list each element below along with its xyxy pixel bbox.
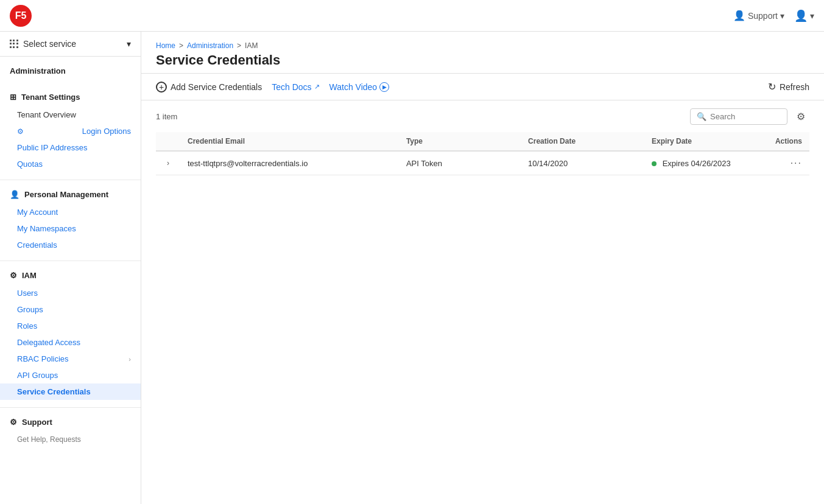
tech-docs-label: Tech Docs bbox=[272, 82, 311, 92]
users-label: Users bbox=[17, 289, 38, 298]
col-creation-header: Creation Date bbox=[521, 132, 644, 151]
breadcrumb-sep1: > bbox=[179, 41, 183, 50]
topbar-right: 👤 Support ▾ 👤 ▾ bbox=[733, 9, 814, 23]
toolbar-left: + Add Service Credentials Tech Docs ↗ Wa… bbox=[156, 82, 389, 93]
play-icon: ▶ bbox=[379, 82, 389, 92]
main-content: Home > Administration > IAM Service Cred… bbox=[141, 32, 824, 504]
support-section: ⚙ Support Get Help, Requests bbox=[0, 408, 141, 455]
support-section-icon: ⚙ bbox=[10, 418, 17, 427]
personal-management-label: Personal Management bbox=[24, 190, 108, 199]
add-service-credentials-button[interactable]: + Add Service Credentials bbox=[156, 82, 262, 93]
sidebar-item-api-groups[interactable]: API Groups bbox=[0, 367, 141, 383]
table-header-row: Credential Email Type Creation Date Expi… bbox=[156, 132, 809, 151]
refresh-button[interactable]: ↻ Refresh bbox=[768, 81, 809, 93]
watch-video-label: Watch Video bbox=[329, 82, 378, 92]
personal-management-title: 👤 Personal Management bbox=[0, 187, 141, 204]
status-dot-icon bbox=[652, 161, 657, 166]
support-sub-label: Get Help, Requests bbox=[17, 435, 81, 444]
topbar: F5 👤 Support ▾ 👤 ▾ bbox=[0, 0, 824, 32]
sidebar-item-login-options[interactable]: ⚙ Login Options bbox=[0, 123, 141, 139]
sidebar-item-credentials[interactable]: Credentials bbox=[0, 237, 141, 253]
sidebar-item-my-account[interactable]: My Account bbox=[0, 204, 141, 220]
row-expiry-cell: Expires 04/26/2023 bbox=[644, 151, 768, 175]
search-box[interactable]: 🔍 bbox=[690, 108, 787, 125]
sidebar-item-quotas[interactable]: Quotas bbox=[0, 156, 141, 172]
support-label: Support bbox=[748, 11, 778, 21]
sidebar-item-delegated-access[interactable]: Delegated Access bbox=[0, 334, 141, 351]
support-icon: 👤 bbox=[733, 10, 745, 21]
sidebar-item-groups[interactable]: Groups bbox=[0, 301, 141, 318]
col-type-header: Type bbox=[399, 132, 521, 151]
table-header: Credential Email Type Creation Date Expi… bbox=[156, 132, 809, 151]
external-link-icon: ↗ bbox=[314, 83, 320, 91]
breadcrumb-sep2: > bbox=[237, 41, 241, 50]
search-icon: 🔍 bbox=[697, 112, 706, 121]
refresh-label: Refresh bbox=[780, 82, 809, 92]
personal-management-section: 👤 Personal Management My Account My Name… bbox=[0, 180, 141, 261]
breadcrumb-admin[interactable]: Administration bbox=[187, 41, 233, 50]
row-expand-button[interactable]: › bbox=[163, 158, 173, 169]
row-actions-button[interactable]: ··· bbox=[791, 158, 802, 169]
user-chevron-icon: ▾ bbox=[810, 11, 814, 21]
sidebar-item-roles[interactable]: Roles bbox=[0, 318, 141, 334]
table-settings-icon[interactable]: ⚙ bbox=[792, 108, 809, 125]
col-expiry-header: Expiry Date bbox=[644, 132, 768, 151]
select-service-label: Select service bbox=[23, 39, 76, 49]
sidebar-item-users[interactable]: Users bbox=[0, 285, 141, 301]
sidebar-item-service-credentials[interactable]: Service Credentials bbox=[0, 383, 141, 400]
item-count: 1 item bbox=[156, 112, 177, 121]
iam-section: ⚙ IAM Users Groups Roles Delegated Acces… bbox=[0, 261, 141, 408]
data-table: Credential Email Type Creation Date Expi… bbox=[156, 132, 809, 175]
row-email-cell: test-ttlqtprs@volterracredentials.io bbox=[180, 151, 399, 175]
search-input[interactable] bbox=[710, 112, 781, 121]
sidebar: Select service ▾ Administration ⊞ Tenant… bbox=[0, 32, 141, 504]
page-title: Service Credentials bbox=[156, 52, 809, 68]
login-options-label: Login Options bbox=[82, 127, 131, 136]
roles-label: Roles bbox=[17, 321, 37, 331]
select-service-dropdown[interactable]: Select service ▾ bbox=[0, 32, 141, 57]
tenant-settings-section: ⊞ Tenant Settings Tenant Overview ⚙ Logi… bbox=[0, 83, 141, 180]
admin-section-title: Administration bbox=[0, 64, 141, 80]
rbac-policies-label: RBAC Policies bbox=[17, 354, 69, 363]
col-actions-header: Actions bbox=[768, 132, 809, 151]
iam-title: ⚙ IAM bbox=[0, 268, 141, 285]
layout: Select service ▾ Administration ⊞ Tenant… bbox=[0, 32, 824, 504]
service-credentials-label: Service Credentials bbox=[17, 387, 91, 396]
watch-video-link[interactable]: Watch Video ▶ bbox=[329, 82, 390, 92]
tenant-overview-label: Tenant Overview bbox=[17, 110, 76, 119]
f5-logo: F5 bbox=[10, 5, 32, 27]
sidebar-item-tenant-overview[interactable]: Tenant Overview bbox=[0, 107, 141, 123]
tenant-settings-label: Tenant Settings bbox=[21, 93, 80, 102]
grid-icon bbox=[10, 40, 18, 48]
sidebar-item-my-namespaces[interactable]: My Namespaces bbox=[0, 220, 141, 237]
sidebar-item-public-ip[interactable]: Public IP Addresses bbox=[0, 139, 141, 156]
table-area: 1 item 🔍 ⚙ Credential Email Type Creatio bbox=[141, 100, 824, 175]
refresh-icon: ↻ bbox=[768, 81, 776, 93]
support-button[interactable]: 👤 Support ▾ bbox=[733, 10, 784, 21]
row-actions-cell: ··· bbox=[768, 151, 809, 175]
creation-date: 10/14/2020 bbox=[528, 159, 568, 168]
personal-mgmt-icon: 👤 bbox=[10, 190, 19, 199]
support-section-title: ⚙ Support bbox=[0, 415, 141, 432]
select-service-left: Select service bbox=[10, 39, 76, 49]
public-ip-label: Public IP Addresses bbox=[17, 143, 87, 152]
topbar-left: F5 bbox=[10, 5, 32, 27]
admin-section: Administration bbox=[0, 57, 141, 83]
row-creation-cell: 10/14/2020 bbox=[521, 151, 644, 175]
add-icon: + bbox=[156, 82, 167, 93]
sidebar-item-support-sub[interactable]: Get Help, Requests bbox=[0, 432, 141, 447]
table-meta: 1 item 🔍 ⚙ bbox=[156, 100, 809, 132]
support-section-label: Support bbox=[22, 418, 52, 427]
tech-docs-link[interactable]: Tech Docs ↗ bbox=[272, 82, 319, 92]
sidebar-item-rbac-policies[interactable]: RBAC Policies › bbox=[0, 351, 141, 367]
select-service-chevron-icon: ▾ bbox=[127, 39, 131, 49]
breadcrumb-current: IAM bbox=[245, 41, 258, 50]
user-button[interactable]: 👤 ▾ bbox=[794, 9, 814, 23]
row-expand-cell: › bbox=[156, 151, 180, 175]
breadcrumb-home[interactable]: Home bbox=[156, 41, 175, 50]
col-email-header: Credential Email bbox=[180, 132, 399, 151]
groups-label: Groups bbox=[17, 305, 43, 314]
quotas-label: Quotas bbox=[17, 159, 43, 169]
page-header: Home > Administration > IAM Service Cred… bbox=[141, 32, 824, 74]
breadcrumb: Home > Administration > IAM bbox=[156, 41, 809, 50]
